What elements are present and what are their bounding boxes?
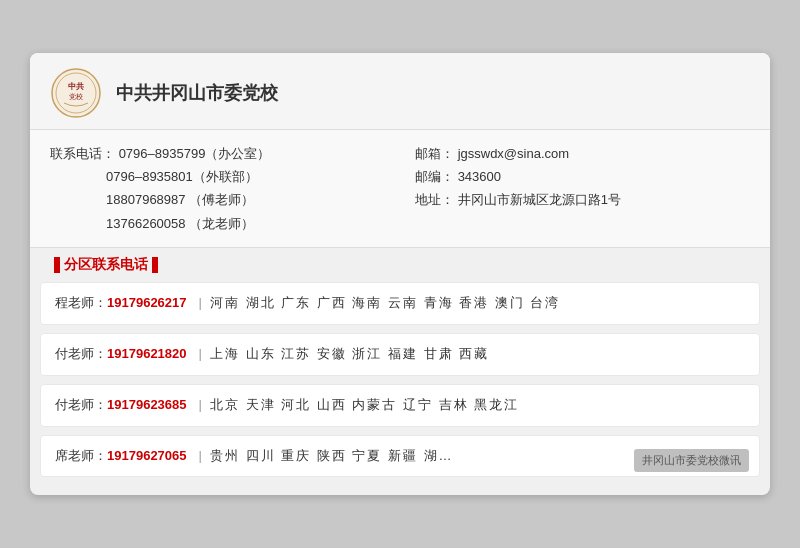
- section-title-text: 分区联系电话: [64, 256, 148, 274]
- teacher-phone-2: 19179623685: [107, 395, 187, 416]
- regions-1: 上海 山东 江苏 安徽 浙江 福建 甘肃 西藏: [210, 344, 489, 365]
- region-row-0: 程老师： 19179626217 | 河南 湖北 广东 广西 海南 云南 青海 …: [40, 282, 760, 325]
- divider-2: |: [199, 395, 202, 416]
- postal-value: 343600: [458, 169, 501, 184]
- contact-phone4: 13766260058 （龙老师）: [50, 212, 385, 235]
- regions-2: 北京 天津 河北 山西 内蒙古 辽宁 吉林 黑龙江: [210, 395, 519, 416]
- contact-section: 联系电话： 0796–8935799（办公室） 0796–8935801（外联部…: [30, 130, 770, 249]
- phone-label: 联系电话：: [50, 146, 115, 161]
- phone1-value: 0796–8935799（办公室）: [119, 146, 271, 161]
- region-row-3: 席老师： 19179627065 | 贵州 四川 重庆 陕西 宁夏 新疆 湖… …: [40, 435, 760, 478]
- teacher-name-2: 付老师：: [55, 395, 107, 416]
- watermark-badge: 井冈山市委党校微讯: [634, 449, 749, 473]
- teacher-name-0: 程老师：: [55, 293, 107, 314]
- contact-phone3: 18807968987 （傅老师）: [50, 188, 385, 211]
- contact-address: 地址： 井冈山市新城区龙源口路1号: [415, 188, 750, 211]
- region-row-2: 付老师： 19179623685 | 北京 天津 河北 山西 内蒙古 辽宁 吉林…: [40, 384, 760, 427]
- teacher-name-3: 席老师：: [55, 446, 107, 467]
- teacher-phone-1: 19179621820: [107, 344, 187, 365]
- main-card: 中共 党校 中共井冈山市委党校 联系电话： 0796–8935799（办公室） …: [30, 53, 770, 496]
- contact-right: 邮箱： jgsswdx@sina.com 邮编： 343600 地址： 井冈山市…: [415, 142, 750, 236]
- header: 中共 党校 中共井冈山市委党校: [30, 53, 770, 130]
- address-label: 地址：: [415, 192, 454, 207]
- contact-postal: 邮编： 343600: [415, 165, 750, 188]
- regions-0: 河南 湖北 广东 广西 海南 云南 青海 香港 澳门 台湾: [210, 293, 561, 314]
- contact-left: 联系电话： 0796–8935799（办公室） 0796–8935801（外联部…: [50, 142, 385, 236]
- red-bar-right: [152, 257, 158, 273]
- email-label: 邮箱：: [415, 146, 454, 161]
- teacher-phone-3: 19179627065: [107, 446, 187, 467]
- region-rows: 程老师： 19179626217 | 河南 湖北 广东 广西 海南 云南 青海 …: [30, 282, 770, 495]
- school-logo: 中共 党校: [50, 67, 102, 119]
- svg-text:中共: 中共: [68, 82, 84, 91]
- divider-0: |: [199, 293, 202, 314]
- contact-phone1: 联系电话： 0796–8935799（办公室）: [50, 142, 385, 165]
- contact-email: 邮箱： jgsswdx@sina.com: [415, 142, 750, 165]
- postal-label: 邮编：: [415, 169, 454, 184]
- region-row-1: 付老师： 19179621820 | 上海 山东 江苏 安徽 浙江 福建 甘肃 …: [40, 333, 760, 376]
- svg-text:党校: 党校: [69, 93, 83, 101]
- school-name-text: 中共井冈山市委党校: [116, 81, 278, 105]
- contact-phone2: 0796–8935801（外联部）: [50, 165, 385, 188]
- teacher-phone-0: 19179626217: [107, 293, 187, 314]
- regions-3: 贵州 四川 重庆 陕西 宁夏 新疆 湖…: [210, 446, 454, 467]
- email-value: jgsswdx@sina.com: [458, 146, 569, 161]
- address-value: 井冈山市新城区龙源口路1号: [458, 192, 621, 207]
- divider-3: |: [199, 446, 202, 467]
- teacher-name-1: 付老师：: [55, 344, 107, 365]
- divider-1: |: [199, 344, 202, 365]
- section-title-bar: 分区联系电话: [30, 248, 770, 282]
- red-bar-left: [54, 257, 60, 273]
